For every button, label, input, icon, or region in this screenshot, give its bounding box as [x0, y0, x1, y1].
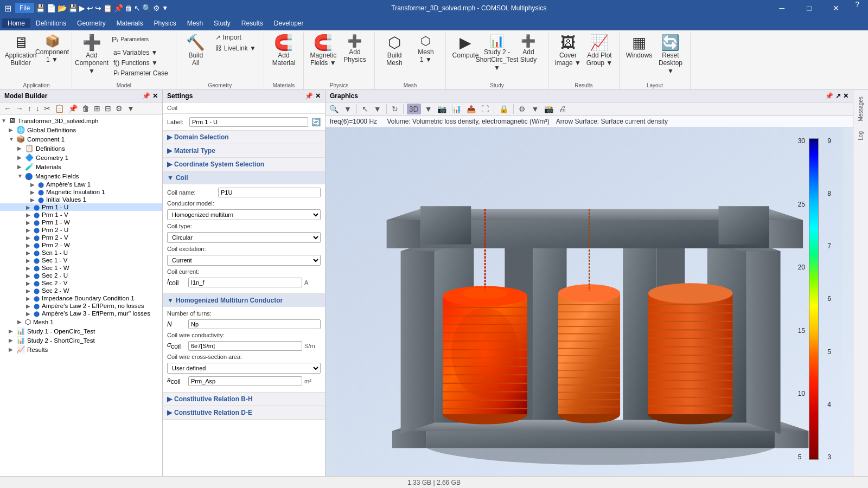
print-btn[interactable]: 🖨 [557, 104, 568, 114]
expand-amperes2[interactable]: ▶ [26, 303, 33, 309]
tree-item-prm1u[interactable]: ▶ ⬤ Prm 1 - U [0, 203, 162, 211]
settings-close-btn[interactable]: ✕ [315, 92, 321, 100]
expand-sec2v[interactable]: ▶ [26, 280, 33, 286]
parameters-btn[interactable]: Pᵢ Parameters [110, 33, 137, 47]
model-builder-pin-btn[interactable]: 📌 [142, 92, 150, 100]
expand-scn1u[interactable]: ▶ [26, 250, 33, 256]
add-component-btn[interactable]: ➕ AddComponent ▼ [76, 33, 107, 78]
expand-study2[interactable]: ▶ [9, 337, 15, 343]
export-btn[interactable]: 📤 [465, 104, 477, 114]
lock-btn[interactable]: 🔒 [497, 104, 510, 114]
tree-item-mesh1[interactable]: ▶ ⬡ Mesh 1 [0, 317, 162, 326]
help-btn[interactable]: ? [851, 0, 864, 16]
file-menu[interactable]: File [15, 3, 34, 13]
expand-sec1w[interactable]: ▶ [26, 265, 33, 271]
section-de-header[interactable]: ▶ Constitutive Relation D-E [163, 406, 325, 419]
expand-amperes3[interactable]: ▶ [26, 311, 33, 317]
graphics-canvas[interactable]: 30 25 20 15 10 5 9 8 7 6 5 4 3 [326, 127, 853, 476]
label-input[interactable] [189, 117, 308, 127]
expand-prm1u[interactable]: ▶ [26, 204, 33, 210]
tree-item-prm2w[interactable]: ▶ ⬤ Prm 2 - W [0, 241, 162, 249]
render-options-btn[interactable]: ⚙ [517, 104, 527, 114]
rotate-btn[interactable]: ↻ [390, 104, 400, 114]
mb-paste-btn[interactable]: 📌 [67, 104, 79, 113]
expand-sec1v[interactable]: ▶ [26, 258, 33, 264]
delete-btn[interactable]: 🗑 [125, 4, 132, 12]
expand-prm1v[interactable]: ▶ [26, 212, 33, 218]
reset-desktop-btn[interactable]: 🔄 ResetDesktop ▼ [655, 33, 686, 78]
expand-results[interactable]: ▶ [9, 346, 15, 352]
redo-btn[interactable]: ↪ [95, 4, 101, 12]
screenshot-btn[interactable]: 📸 [542, 104, 555, 114]
messages-btn[interactable]: Messages [856, 92, 866, 126]
mb-collapse-btn[interactable]: ⊟ [103, 104, 113, 113]
section-coord-system-header[interactable]: ▶ Coordinate System Selection [163, 158, 325, 171]
mb-cut-btn[interactable]: ✂ [42, 104, 52, 113]
mb-delete-btn[interactable]: 🗑 [80, 104, 91, 113]
tree-item-defs[interactable]: ▶ 📋 Definitions [0, 144, 162, 153]
cover-image-btn[interactable]: 🖼 Coverimage ▼ [553, 33, 583, 70]
table-btn[interactable]: 📊 [450, 104, 463, 114]
paste-btn[interactable]: 📌 [114, 4, 123, 12]
expand-study1[interactable]: ▶ [9, 328, 15, 334]
settings-pin-btn[interactable]: 📌 [305, 92, 313, 100]
tree-item-sec1w[interactable]: ▶ ⬤ Sec 1 - W [0, 264, 162, 272]
windows-btn[interactable]: ▦ Windows [624, 33, 654, 62]
study2-btn[interactable]: 📊 Study 2 -ShortCirc_Test ▼ [482, 33, 512, 74]
tree-item-amperes3[interactable]: ▶ ⬤ Ampère's Law 3 - EffPerm, mur'' loss… [0, 310, 162, 317]
mesh-1-btn[interactable]: ⬡ Mesh1 ▼ [411, 33, 441, 67]
add-plot-group-btn[interactable]: 📈 Add PlotGroup ▼ [584, 33, 615, 70]
save-btn[interactable]: 💾 [36, 4, 45, 12]
tree-item-scn1u[interactable]: ▶ ⬤ Scn 1 - U [0, 249, 162, 256]
mb-forward-btn[interactable]: → [14, 104, 25, 113]
tree-item-results[interactable]: ▶ 📈 Results [0, 345, 162, 354]
mb-back-btn[interactable]: ← [2, 104, 13, 113]
render-dropdown-btn[interactable]: ▼ [529, 104, 540, 114]
section-material-type-header[interactable]: ▶ Material Type [163, 144, 325, 157]
component-btn[interactable]: 📦 Component1 ▼ [37, 33, 67, 67]
area-type-select[interactable]: User defined [167, 363, 321, 374]
app-builder-btn[interactable]: 🖥 ApplicationBuilder [5, 33, 36, 70]
view3d-btn[interactable]: 3D [407, 104, 421, 114]
tab-definitions[interactable]: Definitions [30, 18, 72, 28]
graphics-undock-btn[interactable]: ↗ [835, 92, 841, 100]
expand-prm2u[interactable]: ▶ [26, 227, 33, 233]
select-tool-btn[interactable]: ↖ [360, 104, 370, 114]
run-btn[interactable]: ▶ [79, 4, 85, 12]
tab-results[interactable]: Results [236, 18, 269, 28]
tab-geometry[interactable]: Geometry [72, 18, 111, 28]
tree-item-study1[interactable]: ▶ 📊 Study 1 - OpenCirc_Test [0, 326, 162, 336]
a-coil-input[interactable] [188, 376, 302, 386]
tab-mesh[interactable]: Mesh [182, 18, 208, 28]
maximize-btn[interactable]: □ [796, 0, 821, 16]
expand-sec2u[interactable]: ▶ [26, 273, 33, 279]
expand-geom1[interactable]: ▶ [17, 155, 24, 160]
expand-root[interactable]: ▼ [1, 118, 8, 124]
expand-prm2w[interactable]: ▶ [26, 242, 33, 248]
label-refresh-btn[interactable]: 🔄 [311, 118, 321, 126]
tree-item-amperes2[interactable]: ▶ ⬤ Ampère's Law 2 - EffPerm, no losses [0, 302, 162, 310]
copy-btn[interactable]: 📋 [103, 4, 112, 12]
coil-name-input[interactable] [218, 188, 321, 197]
tree-item-prm1v[interactable]: ▶ ⬤ Prm 1 - V [0, 211, 162, 219]
livelink-btn[interactable]: ⛓ LiveLink ▼ [212, 43, 259, 53]
tree-item-mf[interactable]: ▼ ⬤ Magnetic Fields [0, 171, 162, 181]
tree-item-root[interactable]: ▼ 🖥 Transformer_3D_solved.mph [0, 116, 162, 125]
select-dropdown-btn[interactable]: ▼ [372, 104, 383, 114]
zoom-extents-btn[interactable]: 🔍 [328, 104, 340, 114]
tree-item-prm1w[interactable]: ▶ ⬤ Prm 1 - W [0, 219, 162, 226]
wire-cond-input[interactable] [188, 341, 302, 351]
mb-expand-btn[interactable]: ⊞ [92, 104, 102, 113]
tree-item-geom1[interactable]: ▶ 🔷 Geometry 1 [0, 153, 162, 162]
tree-item-imp-bc[interactable]: ▶ ⬤ Impedance Boundary Condition 1 [0, 294, 162, 302]
tree-item-prm2v[interactable]: ▶ ⬤ Prm 2 - V [0, 234, 162, 241]
new-btn[interactable]: 📄 [47, 4, 56, 12]
minimize-btn[interactable]: ─ [769, 0, 794, 16]
select-btn[interactable]: ↖ [134, 4, 141, 12]
functions-btn[interactable]: f() Functions ▼ [110, 58, 171, 68]
tree-item-prm2u[interactable]: ▶ ⬤ Prm 2 - U [0, 226, 162, 234]
section-coil-header[interactable]: ▼ Coil [163, 171, 325, 184]
tree-item-sec2u[interactable]: ▶ ⬤ Sec 2 - U [0, 272, 162, 279]
coil-current-input[interactable] [188, 278, 302, 287]
tab-materials[interactable]: Materials [111, 18, 149, 28]
